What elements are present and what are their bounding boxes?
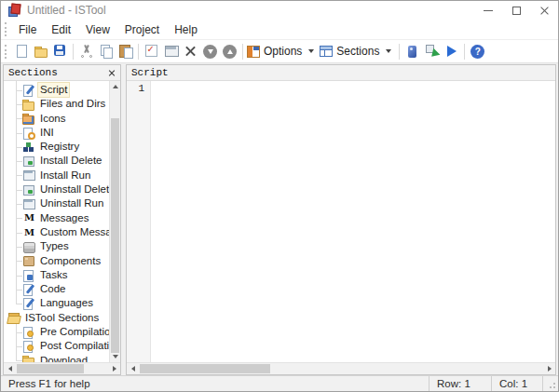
run-icon <box>447 46 457 57</box>
open-button[interactable] <box>31 41 50 61</box>
menu-help[interactable]: Help <box>167 21 205 38</box>
toolbar-separator <box>73 44 74 60</box>
sidebar-horizontal-scrollbar[interactable] <box>4 362 120 374</box>
tree-item-istool-sections[interactable]: ISTool Sections <box>4 311 109 325</box>
code-area[interactable] <box>151 81 555 362</box>
minimize-button[interactable] <box>474 1 502 20</box>
scrollbar-thumb[interactable] <box>140 364 270 373</box>
copy-button[interactable] <box>96 41 116 61</box>
page-refresh-icon <box>22 127 35 140</box>
test-compile-button[interactable] <box>422 41 442 61</box>
tree-item-components[interactable]: Components <box>4 254 109 268</box>
tree-item-label: ISTool Sections <box>23 311 101 325</box>
tree-item-ini[interactable]: INI <box>4 126 109 140</box>
editor-title: Script <box>131 67 551 78</box>
paste-button[interactable] <box>116 41 135 61</box>
app-window: Untitled - ISTool File Edit View Project… <box>0 0 559 392</box>
scrollbar-thumb[interactable] <box>111 118 119 353</box>
scrollbar-thumb[interactable] <box>17 364 84 373</box>
move-down-button[interactable] <box>200 41 220 61</box>
tree-item-download[interactable]: Download <box>4 354 109 362</box>
scroll-up-button[interactable] <box>110 81 120 92</box>
tree-item-uninstall-run[interactable]: Uninstall Run <box>4 196 109 210</box>
maximize-icon <box>512 7 521 15</box>
tree-item-types[interactable]: Types <box>4 239 109 253</box>
toolbar-gripper[interactable] <box>5 45 8 59</box>
sections-table-icon <box>320 46 333 57</box>
open-folder-icon <box>34 44 48 59</box>
maximize-button[interactable] <box>502 1 530 20</box>
tree-item-uninstall-delete[interactable]: Uninstall Delete <box>4 182 109 196</box>
tree-item-script[interactable]: Script <box>4 83 109 97</box>
sections-button[interactable]: Sections <box>319 41 396 61</box>
sidebar-close-icon[interactable] <box>108 69 116 76</box>
sections-sidebar: Sections Script Files and Dirs Icons INI… <box>3 64 121 375</box>
red-check-icon <box>144 44 159 59</box>
tree-item-install-delete[interactable]: Install Delete <box>4 154 109 168</box>
tree-item-label: Icons <box>38 112 68 126</box>
menu-view[interactable]: View <box>78 21 117 38</box>
check-entry-button[interactable] <box>142 41 161 61</box>
folder-open-icon <box>7 311 20 324</box>
edit-entry-button[interactable] <box>161 41 181 61</box>
run-button[interactable] <box>442 41 461 61</box>
scrollbar-track[interactable] <box>110 92 120 351</box>
tree-item-files-and-dirs[interactable]: Files and Dirs <box>4 97 109 111</box>
tree-item-label: Languages <box>38 296 95 310</box>
compile-setup-icon <box>408 46 416 58</box>
toolbar-separator <box>399 44 400 60</box>
tree-item-label: Messages <box>38 211 90 225</box>
scroll-left-button[interactable] <box>127 363 139 374</box>
tree-item-label: Types <box>38 239 71 253</box>
scrollbar-track[interactable] <box>16 363 108 374</box>
tree-item-code[interactable]: Code <box>4 282 109 296</box>
save-icon <box>53 44 68 59</box>
tree-item-icons[interactable]: Icons <box>4 112 109 126</box>
scrollbar-track[interactable] <box>139 363 543 374</box>
options-button[interactable]: Options <box>246 41 319 61</box>
cut-button[interactable] <box>76 41 96 61</box>
scroll-left-button[interactable] <box>4 363 16 374</box>
tree-item-custom-message[interactable]: Custom Message <box>4 225 109 239</box>
tree-item-label: INI <box>38 126 56 140</box>
titlebar: Untitled - ISTool <box>1 1 558 20</box>
sections-label: Sections <box>336 45 379 58</box>
move-up-button[interactable] <box>220 41 239 61</box>
tree-vertical-scrollbar[interactable] <box>109 81 120 362</box>
editor-horizontal-scrollbar[interactable] <box>127 362 555 374</box>
close-button[interactable] <box>530 1 558 20</box>
save-button[interactable] <box>50 41 70 61</box>
page-delete-icon <box>22 155 35 168</box>
folder-image-icon <box>22 112 35 125</box>
resize-grip[interactable] <box>543 376 558 391</box>
delete-entry-button[interactable] <box>181 41 200 61</box>
tree-item-install-run[interactable]: Install Run <box>4 169 109 182</box>
menu-file[interactable]: File <box>11 21 44 38</box>
sections-tree: Script Files and Dirs Icons INI Registry… <box>4 81 109 362</box>
tree-item-tasks[interactable]: Tasks <box>4 268 109 282</box>
app-icon <box>7 4 20 17</box>
minimize-icon <box>484 10 493 11</box>
menu-edit[interactable]: Edit <box>44 21 78 38</box>
compile-setup-button[interactable] <box>402 41 422 61</box>
tree-item-registry[interactable]: Registry <box>4 140 109 154</box>
content-area: Sections Script Files and Dirs Icons INI… <box>1 63 558 375</box>
tree-item-post-compilation[interactable]: Post Compilation <box>4 339 109 353</box>
tree-item-languages[interactable]: Languages <box>4 296 109 310</box>
scroll-up-icon <box>113 85 118 88</box>
message-m-icon <box>22 226 35 239</box>
status-row-indicator: Row: 1 <box>429 378 491 389</box>
menu-project[interactable]: Project <box>117 21 167 38</box>
tree-item-messages[interactable]: Messages <box>4 211 109 225</box>
compile-script-icon <box>22 340 35 353</box>
scroll-down-icon <box>113 355 118 358</box>
help-button[interactable] <box>468 41 487 61</box>
form-edit-icon <box>164 44 179 59</box>
tree-item-label: Code <box>38 282 68 296</box>
scroll-right-button[interactable] <box>108 363 120 374</box>
new-button[interactable] <box>11 41 31 61</box>
scroll-left-icon <box>8 366 12 372</box>
scroll-right-button[interactable] <box>543 363 555 374</box>
menubar-gripper[interactable] <box>5 22 8 36</box>
tree-item-pre-compilation[interactable]: Pre Compilation S <box>4 325 109 339</box>
